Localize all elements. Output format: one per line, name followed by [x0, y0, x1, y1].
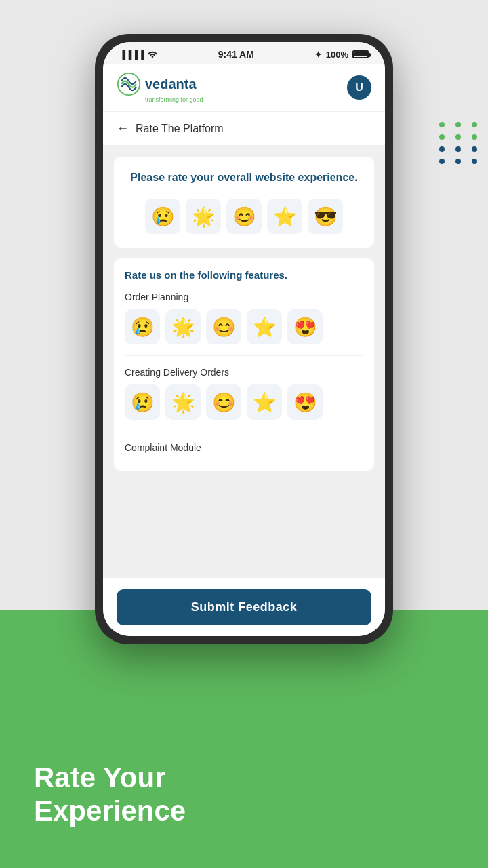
dot — [439, 134, 445, 140]
bottom-tagline: Rate Your Experience — [34, 762, 186, 827]
dot-decoration — [439, 122, 481, 164]
battery-area: ✦ 100% — [314, 50, 369, 60]
tagline-line1: Rate Your — [34, 762, 186, 794]
overall-rating-title: Please rate your overall website experie… — [127, 170, 361, 185]
feature-complaint-module: Complaint Module — [125, 442, 363, 453]
overall-rating-3[interactable]: 😊 — [226, 199, 262, 234]
back-arrow-icon[interactable]: ← — [117, 121, 129, 136]
delivery-orders-rating-row: 😢 🌟 😊 ⭐ 😍 — [125, 384, 363, 420]
dot — [472, 122, 477, 127]
order-planning-rating-row: 😢 🌟 😊 ⭐ 😍 — [125, 309, 363, 344]
battery-icon — [352, 50, 369, 58]
logo-row: vedanta — [117, 72, 203, 96]
user-avatar[interactable]: U — [347, 75, 371, 100]
page-title: Rate The Platform — [136, 123, 224, 135]
submit-area: Submit Feedback — [103, 578, 385, 636]
do-rating-2[interactable]: 🌟 — [165, 384, 201, 420]
tagline-line2: Experience — [34, 795, 186, 827]
do-rating-5[interactable]: 😍 — [287, 384, 323, 420]
overall-rating-5[interactable]: 😎 — [308, 199, 343, 234]
phone-screen: ▐▐▐▐ 9:41 AM ✦ 100% — [103, 42, 385, 636]
page-content[interactable]: ← Rate The Platform Please rate your ove… — [103, 112, 385, 578]
overall-rating-card: Please rate your overall website experie… — [114, 157, 374, 248]
submit-feedback-button[interactable]: Submit Feedback — [117, 589, 371, 625]
dot — [472, 159, 477, 164]
logo-text: vedanta — [145, 77, 197, 92]
battery-label: 100% — [326, 50, 348, 60]
feature-order-planning-label: Order Planning — [125, 292, 363, 302]
do-rating-1[interactable]: 😢 — [125, 384, 160, 420]
feature-delivery-orders-label: Creating Delivery Orders — [125, 367, 363, 378]
feature-order-planning: Order Planning 😢 🌟 😊 ⭐ 😍 — [125, 292, 363, 356]
dot — [439, 146, 445, 152]
logo-tagline: transforming for good — [145, 96, 203, 103]
features-section: Rate us on the following features. Order… — [114, 258, 374, 471]
op-rating-5[interactable]: 😍 — [287, 309, 323, 344]
dot — [455, 122, 461, 127]
op-rating-1[interactable]: 😢 — [125, 309, 160, 344]
dot — [472, 134, 477, 140]
time-display: 9:41 AM — [218, 49, 254, 60]
dot — [472, 146, 477, 152]
overall-rating-4[interactable]: ⭐ — [267, 199, 302, 234]
phone-frame: ▐▐▐▐ 9:41 AM ✦ 100% — [95, 34, 393, 644]
op-rating-4[interactable]: ⭐ — [247, 309, 282, 344]
wifi-icon — [147, 50, 158, 60]
battery-fill — [354, 52, 368, 56]
signal-icon: ▐▐▐▐ — [119, 50, 144, 60]
status-bar: ▐▐▐▐ 9:41 AM ✦ 100% — [103, 42, 385, 64]
app-header: vedanta transforming for good U — [103, 64, 385, 112]
dot — [455, 159, 461, 164]
background-green — [0, 610, 488, 868]
features-title: Rate us on the following features. — [125, 269, 363, 281]
op-rating-3[interactable]: 😊 — [206, 309, 241, 344]
dot — [455, 134, 461, 140]
feature-complaint-module-label: Complaint Module — [125, 442, 363, 453]
overall-rating-1[interactable]: 😢 — [145, 199, 180, 234]
do-rating-4[interactable]: ⭐ — [247, 384, 282, 420]
dot — [439, 159, 445, 164]
overall-emoji-row: 😢 🌟 😊 ⭐ 😎 — [127, 199, 361, 234]
vedanta-logo-icon — [117, 72, 141, 96]
op-rating-2[interactable]: 🌟 — [165, 309, 201, 344]
bluetooth-icon: ✦ — [314, 50, 322, 60]
signal-area: ▐▐▐▐ — [119, 50, 158, 60]
dot — [455, 146, 461, 152]
overall-rating-2[interactable]: 🌟 — [186, 199, 221, 234]
back-nav: ← Rate The Platform — [103, 112, 385, 146]
feature-delivery-orders: Creating Delivery Orders 😢 🌟 😊 ⭐ 😍 — [125, 367, 363, 431]
do-rating-3[interactable]: 😊 — [206, 384, 241, 420]
logo-area: vedanta transforming for good — [117, 72, 203, 103]
dot — [439, 122, 445, 127]
